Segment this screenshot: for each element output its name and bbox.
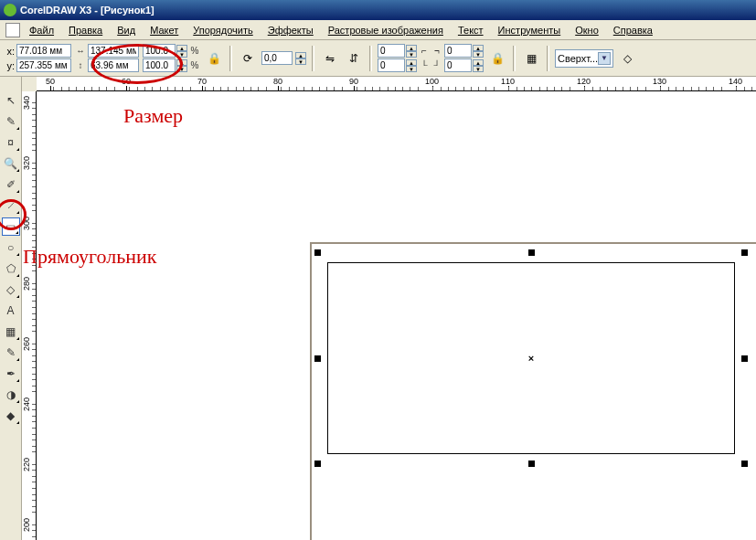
- ruler-horizontal[interactable]: 5060708090100110120130140: [37, 77, 756, 91]
- overprint-combo[interactable]: Сверхт... ▼: [555, 49, 613, 68]
- tool-eyedropper[interactable]: ✎: [2, 344, 20, 362]
- tool-zoom[interactable]: 🔍: [2, 154, 20, 173]
- menu-effects[interactable]: Эффекты: [262, 23, 319, 37]
- ruler-vertical[interactable]: 340320300280260240220200: [22, 91, 37, 540]
- to-curves-button[interactable]: ◇: [617, 48, 637, 69]
- titlebar: CorelDRAW X3 - [Рисунок1]: [0, 0, 756, 20]
- handle-mid-right[interactable]: [741, 355, 748, 362]
- mirror-h-button[interactable]: ⇋: [320, 48, 340, 69]
- handle-bottom-left[interactable]: [314, 461, 321, 467]
- tool-ellipse[interactable]: ○: [2, 238, 20, 257]
- tool-polygon[interactable]: ⬠: [2, 259, 20, 278]
- tool-rectangle[interactable]: ▭: [2, 217, 20, 236]
- lock-ratio-button[interactable]: 🔒: [204, 48, 224, 69]
- corner-bl-icon: └: [419, 60, 430, 71]
- corner-br-input[interactable]: [444, 58, 472, 72]
- width-icon: ↔: [75, 46, 86, 57]
- tool-shapes[interactable]: ◇: [2, 281, 20, 299]
- handle-top-left[interactable]: [314, 249, 321, 256]
- overprint-label: Сверхт...: [558, 53, 598, 64]
- tool-shape[interactable]: ✎: [2, 112, 20, 131]
- tool-outline[interactable]: ✒: [2, 365, 20, 383]
- rectangle-shape[interactable]: [327, 262, 735, 454]
- height-icon: ↕: [75, 60, 86, 71]
- corner-br-icon: ┘: [431, 60, 442, 71]
- toolbox: ↖✎¤🔍✐⟋▭○⬠◇A▦✎✒◑◆: [0, 77, 22, 540]
- corner-tr-spinner[interactable]: ▲▼: [473, 45, 484, 58]
- corner-tl-input[interactable]: [378, 44, 405, 58]
- percent-icon: %: [189, 46, 200, 57]
- scale-x-input[interactable]: [143, 44, 176, 58]
- y-input[interactable]: [16, 58, 71, 72]
- tool-fill[interactable]: ◑: [2, 386, 20, 404]
- x-input[interactable]: [16, 44, 71, 58]
- menu-layout[interactable]: Макет: [144, 23, 184, 37]
- corner-tl-spinner[interactable]: ▲▼: [406, 45, 417, 58]
- document-icon[interactable]: [5, 23, 20, 37]
- corner-br-spinner[interactable]: ▲▼: [473, 59, 484, 72]
- menu-help[interactable]: Справка: [608, 23, 658, 37]
- round-together-button[interactable]: 🔒: [487, 48, 507, 69]
- menu-view[interactable]: Вид: [112, 23, 141, 37]
- tool-freehand[interactable]: ✐: [2, 175, 20, 194]
- handle-top-right[interactable]: [741, 249, 748, 256]
- menu-arrange[interactable]: Упорядочить: [187, 23, 258, 37]
- dropdown-icon: ▼: [598, 52, 611, 65]
- tool-interactive-fill[interactable]: ◆: [2, 407, 20, 425]
- tool-crop[interactable]: ¤: [2, 133, 20, 152]
- mirror-v-button[interactable]: ⇵: [344, 48, 364, 69]
- scale-y-spinner[interactable]: ▲▼: [176, 59, 187, 72]
- percent-icon: %: [189, 60, 200, 71]
- corner-tr-input[interactable]: [444, 44, 472, 58]
- x-label: x:: [4, 46, 15, 57]
- menu-bitmap[interactable]: Растровые изображения: [323, 23, 449, 37]
- height-input[interactable]: [88, 58, 139, 72]
- tool-text[interactable]: A: [2, 302, 20, 320]
- app-icon: [4, 4, 16, 16]
- menu-file[interactable]: Файл: [24, 23, 59, 37]
- menu-window[interactable]: Окно: [570, 23, 604, 37]
- corner-bl-spinner[interactable]: ▲▼: [406, 59, 417, 72]
- menu-text[interactable]: Текст: [453, 23, 489, 37]
- scale-y-input[interactable]: [143, 58, 176, 72]
- width-input[interactable]: [88, 44, 139, 58]
- tool-pick[interactable]: ↖: [2, 91, 20, 110]
- handle-bottom-center[interactable]: [528, 461, 535, 467]
- handle-mid-left[interactable]: [314, 355, 321, 362]
- scale-x-spinner[interactable]: ▲▼: [176, 45, 187, 58]
- tool-blend[interactable]: ▦: [2, 323, 20, 341]
- corner-tr-icon: ¬: [431, 46, 442, 57]
- rotate-icon: ⟳: [238, 48, 258, 69]
- angle-input[interactable]: [261, 51, 293, 65]
- corner-tl-icon: ⌐: [419, 46, 430, 57]
- property-bar: x: y: ↔ ↕ ▲▼ % ▲▼ % 🔒 ⟳ ▲▼ ⇋: [0, 40, 756, 77]
- wrap-text-button[interactable]: ▦: [521, 48, 541, 69]
- handle-bottom-right[interactable]: [741, 461, 748, 467]
- y-label: y:: [4, 60, 15, 71]
- canvas[interactable]: ×: [37, 91, 756, 540]
- menu-edit[interactable]: Правка: [63, 23, 108, 37]
- corner-bl-input[interactable]: [378, 58, 405, 72]
- handle-top-center[interactable]: [528, 249, 535, 256]
- menubar: Файл Правка Вид Макет Упорядочить Эффект…: [0, 20, 756, 40]
- window-title: CorelDRAW X3 - [Рисунок1]: [20, 5, 154, 16]
- angle-spinner[interactable]: ▲▼: [295, 52, 306, 65]
- tool-smart[interactable]: ⟋: [2, 196, 20, 215]
- menu-tools[interactable]: Инструменты: [493, 23, 567, 37]
